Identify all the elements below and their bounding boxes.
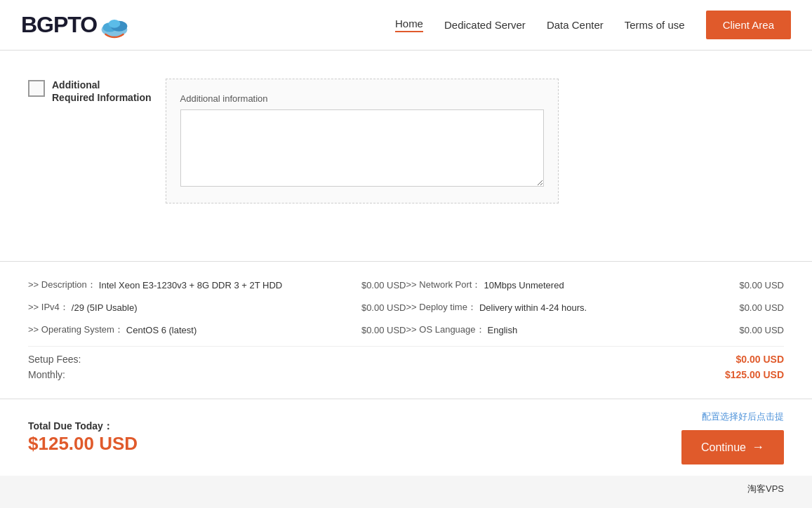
continue-label: Continue (701, 441, 746, 454)
total-label: Total Due Today： (28, 420, 138, 433)
os-language-left: >> OS Language： English (406, 323, 518, 336)
os-price: $0.00 USD (361, 325, 406, 335)
total-left: Total Due Today： $125.00 USD (28, 420, 138, 455)
section-icon-label: AdditionalRequired Information (28, 79, 152, 104)
summary-divider-1 (28, 346, 784, 347)
ipv4-val: /29 (5IP Usable) (72, 302, 138, 313)
total-section: Total Due Today： $125.00 USD 配置选择好后点击提 C… (0, 399, 812, 476)
network-port-item: >> Network Port： 10Mbps Unmetered $0.00 … (406, 276, 785, 294)
monthly-value: $125.00 USD (725, 369, 784, 380)
additional-info-form-label: Additional information (180, 93, 544, 104)
ipv4-price: $0.00 USD (361, 302, 406, 313)
nav-dedicated-server[interactable]: Dedicated Server (444, 19, 526, 31)
network-port-key: >> Network Port： (406, 279, 481, 291)
description-key: >> Description： (28, 279, 96, 291)
description-price: $0.00 USD (361, 280, 406, 290)
nav-terms[interactable]: Terms of use (625, 19, 685, 31)
os-val: CentOS 6 (latest) (126, 325, 197, 335)
os-language-key: >> OS Language： (406, 323, 485, 336)
logo-text: BGPTO (21, 12, 97, 38)
setup-fees-value: $0.00 USD (736, 354, 784, 365)
continue-arrow-icon: → (752, 440, 764, 455)
os-item: >> Operating System： CentOS 6 (latest) $… (28, 321, 406, 339)
summary-row-1: >> Description： Intel Xeon E3-1230v3 + 8… (28, 276, 784, 294)
logo-icon (97, 11, 132, 39)
deploy-time-val: Delivery within 4-24 hours. (479, 302, 587, 313)
os-left: >> Operating System： CentOS 6 (latest) (28, 323, 197, 336)
ipv4-key: >> IPv4： (28, 301, 69, 314)
summary-row-3: >> Operating System： CentOS 6 (latest) $… (28, 321, 784, 339)
section-checkbox-icon (28, 80, 45, 97)
deploy-time-key: >> Deploy time： (406, 301, 477, 314)
monthly-row: Monthly: $125.00 USD (28, 369, 784, 380)
total-right: 配置选择好后点击提 Continue → (681, 410, 784, 464)
network-port-price: $0.00 USD (739, 280, 784, 290)
setup-fees-label: Setup Fees: (28, 354, 81, 365)
main-content: AdditionalRequired Information Additiona… (0, 51, 812, 261)
monthly-label: Monthly: (28, 369, 65, 380)
description-val: Intel Xeon E3-1230v3 + 8G DDR 3 + 2T HDD (99, 280, 282, 290)
additional-info-form-box: Additional information (166, 79, 559, 203)
os-key: >> Operating System： (28, 323, 124, 336)
setup-fees-row: Setup Fees: $0.00 USD (28, 354, 784, 365)
additional-info-textarea[interactable] (180, 109, 544, 187)
description-left: >> Description： Intel Xeon E3-1230v3 + 8… (28, 279, 282, 291)
nav-data-center[interactable]: Data Center (547, 19, 604, 31)
network-port-val: 10Mbps Unmetered (484, 280, 564, 290)
total-amount: $125.00 USD (28, 433, 138, 455)
client-area-button[interactable]: Client Area (706, 11, 791, 39)
deploy-time-left: >> Deploy time： Delivery within 4-24 hou… (406, 301, 587, 314)
os-language-price: $0.00 USD (739, 325, 784, 335)
summary-section: >> Description： Intel Xeon E3-1230v3 + 8… (0, 261, 812, 399)
continue-button[interactable]: Continue → (681, 430, 784, 464)
network-port-left: >> Network Port： 10Mbps Unmetered (406, 279, 564, 291)
section-label: AdditionalRequired Information (52, 79, 152, 104)
logo: BGPTO (21, 11, 132, 39)
nav-home[interactable]: Home (395, 18, 423, 32)
deploy-time-item: >> Deploy time： Delivery within 4-24 hou… (406, 298, 785, 316)
deploy-time-price: $0.00 USD (739, 302, 784, 313)
os-language-item: >> OS Language： English $0.00 USD (406, 321, 785, 339)
os-language-val: English (488, 325, 518, 335)
ipv4-left: >> IPv4： /29 (5IP Usable) (28, 301, 138, 314)
header: BGPTO Home Dedicated Server Data Center … (0, 0, 812, 51)
ipv4-item: >> IPv4： /29 (5IP Usable) $0.00 USD (28, 298, 406, 316)
additional-info-section: AdditionalRequired Information Additiona… (28, 79, 784, 203)
svg-point-3 (109, 20, 121, 28)
main-nav: Home Dedicated Server Data Center Terms … (395, 11, 791, 39)
watermark: 淘客VPS (0, 476, 812, 500)
description-item: >> Description： Intel Xeon E3-1230v3 + 8… (28, 276, 406, 294)
summary-row-2: >> IPv4： /29 (5IP Usable) $0.00 USD >> D… (28, 298, 784, 316)
hint-text: 配置选择好后点击提 (702, 410, 784, 423)
